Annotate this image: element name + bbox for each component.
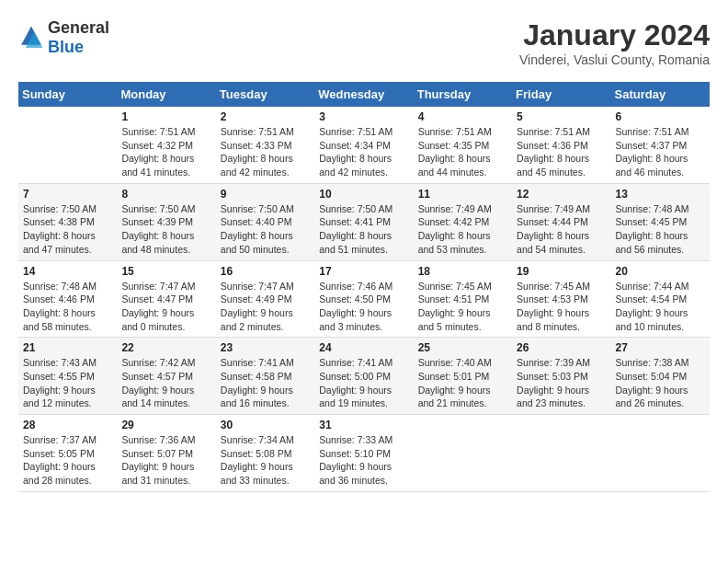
calendar-cell: 24Sunrise: 7:41 AM Sunset: 5:00 PM Dayli… — [314, 338, 413, 415]
day-info: Sunrise: 7:48 AM Sunset: 4:46 PM Dayligh… — [23, 280, 112, 334]
day-number: 8 — [121, 188, 210, 201]
day-info: Sunrise: 7:50 AM Sunset: 4:41 PM Dayligh… — [319, 202, 408, 257]
calendar-cell: 13Sunrise: 7:48 AM Sunset: 4:45 PM Dayli… — [611, 183, 710, 260]
day-info: Sunrise: 7:41 AM Sunset: 4:58 PM Dayligh… — [221, 356, 310, 410]
day-number: 4 — [418, 110, 507, 123]
day-number: 10 — [319, 188, 408, 201]
day-number: 12 — [517, 188, 606, 201]
calendar-cell: 21Sunrise: 7:43 AM Sunset: 4:55 PM Dayli… — [18, 338, 117, 415]
day-info: Sunrise: 7:39 AM Sunset: 5:03 PM Dayligh… — [517, 356, 606, 410]
day-number: 3 — [319, 110, 408, 123]
calendar-cell: 26Sunrise: 7:39 AM Sunset: 5:03 PM Dayli… — [512, 338, 610, 415]
calendar-cell: 1Sunrise: 7:51 AM Sunset: 4:32 PM Daylig… — [117, 107, 215, 183]
day-number: 2 — [221, 110, 310, 123]
day-info: Sunrise: 7:51 AM Sunset: 4:34 PM Dayligh… — [319, 125, 408, 179]
day-info: Sunrise: 7:47 AM Sunset: 4:47 PM Dayligh… — [121, 280, 210, 334]
day-info: Sunrise: 7:34 AM Sunset: 5:08 PM Dayligh… — [221, 433, 310, 488]
logo-icon — [18, 25, 44, 51]
day-info: Sunrise: 7:38 AM Sunset: 5:04 PM Dayligh… — [616, 356, 705, 410]
weekday-header-friday: Friday — [512, 82, 610, 107]
day-number: 23 — [221, 341, 310, 354]
day-info: Sunrise: 7:45 AM Sunset: 4:53 PM Dayligh… — [517, 280, 606, 334]
calendar-cell: 20Sunrise: 7:44 AM Sunset: 4:54 PM Dayli… — [611, 260, 710, 338]
calendar-cell: 16Sunrise: 7:47 AM Sunset: 4:49 PM Dayli… — [216, 260, 314, 338]
day-info: Sunrise: 7:43 AM Sunset: 4:55 PM Dayligh… — [23, 356, 112, 410]
weekday-header-sunday: Sunday — [18, 82, 117, 107]
day-number: 16 — [221, 265, 310, 278]
calendar-cell: 17Sunrise: 7:46 AM Sunset: 4:50 PM Dayli… — [314, 260, 413, 338]
day-info: Sunrise: 7:50 AM Sunset: 4:39 PM Dayligh… — [121, 202, 210, 257]
calendar-table: SundayMondayTuesdayWednesdayThursdayFrid… — [18, 82, 710, 492]
week-row-5: 28Sunrise: 7:37 AM Sunset: 5:05 PM Dayli… — [18, 415, 710, 492]
day-info: Sunrise: 7:48 AM Sunset: 4:45 PM Dayligh… — [616, 202, 705, 257]
logo-blue: Blue — [48, 38, 84, 56]
day-number: 25 — [418, 341, 507, 354]
day-number: 9 — [221, 188, 310, 201]
calendar-cell: 19Sunrise: 7:45 AM Sunset: 4:53 PM Dayli… — [512, 260, 610, 338]
day-number: 15 — [121, 265, 210, 278]
calendar-cell: 23Sunrise: 7:41 AM Sunset: 4:58 PM Dayli… — [216, 338, 314, 415]
day-info: Sunrise: 7:50 AM Sunset: 4:40 PM Dayligh… — [221, 202, 310, 257]
day-number: 1 — [121, 110, 210, 123]
day-info: Sunrise: 7:51 AM Sunset: 4:35 PM Dayligh… — [418, 125, 507, 179]
day-number: 26 — [517, 341, 606, 354]
weekday-header-wednesday: Wednesday — [314, 82, 413, 107]
week-row-4: 21Sunrise: 7:43 AM Sunset: 4:55 PM Dayli… — [18, 338, 710, 415]
day-number: 14 — [23, 265, 112, 278]
weekday-header-thursday: Thursday — [414, 82, 512, 107]
weekday-header-monday: Monday — [117, 82, 215, 107]
calendar-cell: 28Sunrise: 7:37 AM Sunset: 5:05 PM Dayli… — [18, 415, 117, 492]
day-info: Sunrise: 7:45 AM Sunset: 4:51 PM Dayligh… — [418, 280, 507, 334]
page-header: General Blue January 2024 Vinderei, Vasl… — [18, 18, 710, 67]
calendar-cell — [611, 415, 710, 492]
day-info: Sunrise: 7:33 AM Sunset: 5:10 PM Dayligh… — [319, 433, 408, 488]
day-number: 11 — [418, 188, 507, 201]
calendar-cell: 27Sunrise: 7:38 AM Sunset: 5:04 PM Dayli… — [611, 338, 710, 415]
day-number: 30 — [221, 419, 310, 431]
logo-general: General — [48, 18, 109, 37]
day-info: Sunrise: 7:41 AM Sunset: 5:00 PM Dayligh… — [319, 356, 408, 410]
day-number: 24 — [319, 341, 408, 354]
day-number: 5 — [517, 110, 606, 123]
calendar-cell: 14Sunrise: 7:48 AM Sunset: 4:46 PM Dayli… — [18, 260, 117, 338]
day-number: 6 — [616, 110, 705, 123]
weekday-header-saturday: Saturday — [611, 82, 710, 107]
day-info: Sunrise: 7:51 AM Sunset: 4:33 PM Dayligh… — [221, 125, 310, 179]
day-info: Sunrise: 7:36 AM Sunset: 5:07 PM Dayligh… — [121, 433, 210, 488]
day-number: 17 — [319, 265, 408, 278]
calendar-cell: 25Sunrise: 7:40 AM Sunset: 5:01 PM Dayli… — [414, 338, 512, 415]
day-info: Sunrise: 7:37 AM Sunset: 5:05 PM Dayligh… — [23, 433, 112, 488]
calendar-cell: 7Sunrise: 7:50 AM Sunset: 4:38 PM Daylig… — [18, 183, 117, 260]
calendar-cell: 9Sunrise: 7:50 AM Sunset: 4:40 PM Daylig… — [216, 183, 314, 260]
day-info: Sunrise: 7:42 AM Sunset: 4:57 PM Dayligh… — [121, 356, 210, 410]
calendar-cell: 18Sunrise: 7:45 AM Sunset: 4:51 PM Dayli… — [414, 260, 512, 338]
calendar-cell: 11Sunrise: 7:49 AM Sunset: 4:42 PM Dayli… — [414, 183, 512, 260]
logo: General Blue — [18, 18, 109, 57]
day-info: Sunrise: 7:49 AM Sunset: 4:42 PM Dayligh… — [418, 202, 507, 257]
day-number: 29 — [121, 419, 210, 431]
week-row-1: 1Sunrise: 7:51 AM Sunset: 4:32 PM Daylig… — [18, 107, 710, 183]
day-number: 20 — [616, 265, 705, 278]
day-number: 22 — [121, 341, 210, 354]
calendar-cell: 22Sunrise: 7:42 AM Sunset: 4:57 PM Dayli… — [117, 338, 215, 415]
location-subtitle: Vinderei, Vaslui County, Romania — [519, 52, 710, 67]
day-number: 27 — [616, 341, 705, 354]
day-info: Sunrise: 7:51 AM Sunset: 4:32 PM Dayligh… — [121, 125, 210, 179]
day-number: 18 — [418, 265, 507, 278]
week-row-3: 14Sunrise: 7:48 AM Sunset: 4:46 PM Dayli… — [18, 260, 710, 338]
calendar-cell: 31Sunrise: 7:33 AM Sunset: 5:10 PM Dayli… — [314, 415, 413, 492]
day-number: 19 — [517, 265, 606, 278]
week-row-2: 7Sunrise: 7:50 AM Sunset: 4:38 PM Daylig… — [18, 183, 710, 260]
weekday-header-tuesday: Tuesday — [216, 82, 314, 107]
day-number: 28 — [23, 419, 112, 431]
day-number: 21 — [23, 341, 112, 354]
calendar-cell — [18, 107, 117, 183]
calendar-cell: 29Sunrise: 7:36 AM Sunset: 5:07 PM Dayli… — [117, 415, 215, 492]
month-title: January 2024 — [519, 18, 710, 52]
calendar-cell: 2Sunrise: 7:51 AM Sunset: 4:33 PM Daylig… — [216, 107, 314, 183]
calendar-cell — [512, 415, 610, 492]
calendar-cell: 10Sunrise: 7:50 AM Sunset: 4:41 PM Dayli… — [314, 183, 413, 260]
calendar-cell: 5Sunrise: 7:51 AM Sunset: 4:36 PM Daylig… — [512, 107, 610, 183]
title-block: January 2024 Vinderei, Vaslui County, Ro… — [519, 18, 710, 67]
calendar-cell: 6Sunrise: 7:51 AM Sunset: 4:37 PM Daylig… — [611, 107, 710, 183]
